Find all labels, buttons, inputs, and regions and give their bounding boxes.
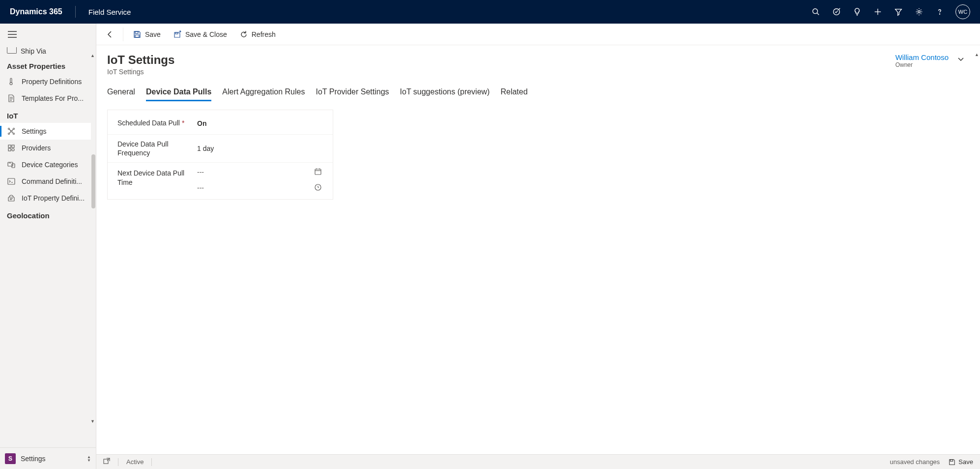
time-input[interactable]: ---	[197, 183, 323, 192]
svg-point-0	[813, 9, 818, 14]
sidebar-item-ship-via[interactable]: Ship Via	[0, 45, 96, 57]
owner-label: Owner	[895, 61, 949, 68]
iotprop-icon	[7, 194, 16, 203]
svg-rect-47	[951, 459, 953, 461]
task-flow-icon[interactable]	[832, 7, 841, 17]
sidebar-item-templates[interactable]: Templates For Pro...	[0, 90, 96, 107]
svg-rect-33	[8, 178, 15, 184]
field-value: On	[197, 119, 323, 127]
tab-device-data-pulls[interactable]: Device Data Pulls	[146, 85, 211, 101]
svg-point-8	[918, 11, 921, 13]
clock-icon[interactable]	[314, 183, 323, 192]
area-label: Settings	[21, 455, 82, 463]
tab-alert-aggregation-rules[interactable]: Alert Aggregation Rules	[222, 85, 305, 101]
nodes-icon	[7, 127, 16, 136]
status-save-button[interactable]: Save	[949, 458, 973, 466]
sidebar-item-iot-property-definitions[interactable]: IoT Property Defini...	[0, 190, 96, 206]
divider	[118, 458, 118, 466]
tab-general[interactable]: General	[107, 85, 135, 101]
tab-related[interactable]: Related	[500, 85, 527, 101]
owner-link[interactable]: William Contoso	[895, 53, 949, 61]
date-input[interactable]: ---	[197, 168, 323, 176]
thermometer-icon	[7, 77, 16, 86]
svg-rect-40	[175, 32, 178, 34]
lightbulb-icon[interactable]	[852, 7, 862, 17]
save-icon	[133, 30, 141, 38]
form-tabs: General Device Data Pulls Alert Aggregat…	[96, 76, 980, 102]
svg-line-24	[12, 129, 13, 131]
scroll-up-icon[interactable]: ▲	[90, 53, 95, 58]
refresh-icon	[240, 30, 248, 38]
header-expand-button[interactable]	[952, 53, 969, 67]
command-icon	[7, 177, 16, 186]
page-subtitle: IoT Settings	[107, 68, 174, 76]
divider	[123, 28, 123, 41]
user-avatar[interactable]: WC	[955, 4, 970, 19]
form-section: Scheduled Data Pull* On Device Data Pull…	[107, 110, 333, 200]
sidebar-item-property-definitions[interactable]: Property Definitions	[0, 73, 96, 90]
sidebar-scrollbar[interactable]	[91, 61, 96, 208]
command-bar: Save Save & Close Refresh	[96, 24, 980, 45]
gear-icon[interactable]	[914, 7, 924, 17]
help-icon[interactable]	[935, 7, 945, 17]
scroll-up-icon[interactable]: ▲	[975, 52, 979, 57]
field-next-data-pull-time: Next Device Data Pull Time --- ---	[108, 163, 333, 197]
sidebar-item-command-definitions[interactable]: Command Definiti...	[0, 173, 96, 190]
save-close-button[interactable]: Save & Close	[169, 28, 232, 41]
svg-rect-13	[10, 78, 12, 83]
site-map: Ship Via ▲ Asset Properties Property Def…	[0, 24, 96, 469]
scroll-down-icon[interactable]: ▼	[90, 419, 95, 424]
area-switcher[interactable]: S Settings ▲▼	[0, 447, 96, 469]
svg-line-3	[839, 8, 840, 10]
sidebar-item-providers[interactable]: Providers	[0, 140, 96, 156]
svg-rect-29	[8, 148, 11, 151]
nav-group-asset-properties: Asset Properties	[0, 57, 96, 73]
svg-rect-32	[12, 164, 15, 168]
sidebar-item-settings[interactable]: Settings	[0, 123, 96, 140]
filter-icon[interactable]	[894, 7, 903, 17]
devices-icon	[7, 160, 16, 169]
field-data-pull-frequency[interactable]: Device Data Pull Frequency 1 day	[108, 135, 333, 163]
field-value: 1 day	[197, 145, 323, 152]
record-status: Active	[126, 458, 144, 466]
form-header: IoT Settings IoT Settings William Contos…	[96, 45, 980, 76]
svg-rect-38	[135, 31, 138, 33]
search-icon[interactable]	[811, 7, 821, 17]
nav-group-geolocation: Geolocation	[0, 206, 96, 223]
field-scheduled-data-pull[interactable]: Scheduled Data Pull* On	[108, 112, 333, 135]
brand-label[interactable]: Dynamics 365	[6, 7, 66, 16]
svg-rect-46	[104, 459, 108, 464]
tab-iot-suggestions[interactable]: IoT suggestions (preview)	[400, 85, 490, 101]
status-bar: Active unsaved changes Save	[96, 454, 980, 469]
chevron-updown-icon: ▲▼	[87, 455, 91, 462]
svg-rect-41	[315, 169, 321, 175]
svg-point-9	[939, 14, 940, 14]
unsaved-changes-label: unsaved changes	[890, 458, 940, 466]
hamburger-button[interactable]	[0, 24, 96, 45]
area-badge: S	[5, 453, 16, 464]
refresh-button[interactable]: Refresh	[235, 28, 281, 41]
svg-line-23	[9, 129, 11, 131]
app-name-label[interactable]: Field Service	[85, 8, 135, 16]
svg-rect-39	[135, 35, 139, 37]
sidebar-item-device-categories[interactable]: Device Categories	[0, 156, 96, 173]
divider	[75, 6, 76, 18]
save-button[interactable]: Save	[128, 28, 166, 41]
svg-line-26	[12, 132, 13, 133]
page-title: IoT Settings	[107, 53, 174, 67]
add-icon[interactable]	[873, 7, 883, 17]
svg-point-30	[12, 148, 14, 151]
divider	[151, 458, 152, 466]
save-close-icon	[173, 30, 181, 38]
svg-rect-35	[8, 197, 14, 201]
document-icon	[7, 94, 16, 103]
svg-line-25	[9, 132, 11, 133]
svg-line-1	[817, 13, 819, 15]
global-nav-bar: Dynamics 365 Field Service WC	[0, 0, 980, 24]
popout-icon[interactable]	[103, 458, 110, 466]
tab-iot-provider-settings[interactable]: IoT Provider Settings	[316, 85, 389, 101]
svg-rect-28	[12, 145, 14, 147]
svg-rect-27	[8, 145, 11, 147]
calendar-icon[interactable]	[314, 168, 323, 176]
back-button[interactable]	[102, 27, 118, 42]
